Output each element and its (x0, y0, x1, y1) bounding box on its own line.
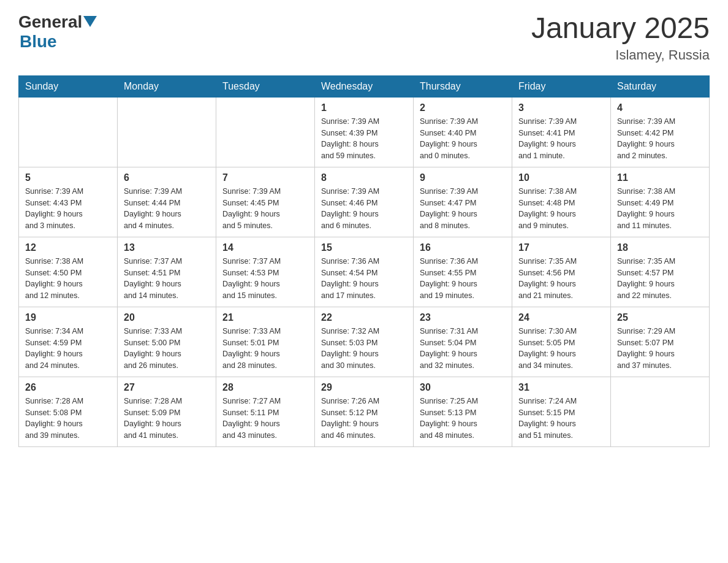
calendar-cell: 1Sunrise: 7:39 AMSunset: 4:39 PMDaylight… (315, 97, 414, 167)
header-wednesday: Wednesday (315, 75, 414, 97)
day-info: Sunrise: 7:33 AMSunset: 5:01 PMDaylight:… (222, 326, 308, 372)
header-tuesday: Tuesday (216, 75, 315, 97)
calendar-cell (118, 97, 216, 167)
day-info: Sunrise: 7:32 AMSunset: 5:03 PMDaylight:… (321, 326, 407, 372)
logo-blue-text: Blue (20, 32, 57, 52)
day-info: Sunrise: 7:35 AMSunset: 4:56 PMDaylight:… (518, 256, 604, 302)
calendar-cell: 20Sunrise: 7:33 AMSunset: 5:00 PMDayligh… (118, 307, 216, 377)
day-info: Sunrise: 7:24 AMSunset: 5:15 PMDaylight:… (518, 396, 604, 442)
day-info: Sunrise: 7:37 AMSunset: 4:53 PMDaylight:… (222, 256, 308, 302)
day-info: Sunrise: 7:38 AMSunset: 4:49 PMDaylight:… (617, 186, 703, 232)
day-info: Sunrise: 7:27 AMSunset: 5:11 PMDaylight:… (222, 396, 308, 442)
calendar-cell: 12Sunrise: 7:38 AMSunset: 4:50 PMDayligh… (19, 237, 118, 307)
day-number: 13 (124, 242, 210, 253)
day-info: Sunrise: 7:39 AMSunset: 4:41 PMDaylight:… (518, 116, 604, 162)
calendar-cell: 3Sunrise: 7:39 AMSunset: 4:41 PMDaylight… (512, 97, 611, 167)
calendar-cell: 4Sunrise: 7:39 AMSunset: 4:42 PMDaylight… (611, 97, 710, 167)
day-info: Sunrise: 7:35 AMSunset: 4:57 PMDaylight:… (617, 256, 703, 302)
calendar-cell: 9Sunrise: 7:39 AMSunset: 4:47 PMDaylight… (414, 167, 512, 237)
calendar-cell (611, 377, 710, 446)
calendar-cell: 21Sunrise: 7:33 AMSunset: 5:01 PMDayligh… (216, 307, 315, 377)
calendar-cell: 14Sunrise: 7:37 AMSunset: 4:53 PMDayligh… (216, 237, 315, 307)
calendar-cell: 18Sunrise: 7:35 AMSunset: 4:57 PMDayligh… (611, 237, 710, 307)
day-number: 7 (222, 172, 308, 183)
day-info: Sunrise: 7:25 AMSunset: 5:13 PMDaylight:… (420, 396, 506, 442)
calendar-cell: 13Sunrise: 7:37 AMSunset: 4:51 PMDayligh… (118, 237, 216, 307)
day-number: 9 (420, 172, 506, 183)
day-info: Sunrise: 7:29 AMSunset: 5:07 PMDaylight:… (617, 326, 703, 372)
day-info: Sunrise: 7:38 AMSunset: 4:48 PMDaylight:… (518, 186, 604, 232)
day-number: 18 (617, 242, 703, 253)
calendar-cell: 24Sunrise: 7:30 AMSunset: 5:05 PMDayligh… (512, 307, 611, 377)
calendar-cell: 8Sunrise: 7:39 AMSunset: 4:46 PMDaylight… (315, 167, 414, 237)
logo: General Blue (18, 12, 97, 52)
week-row-5: 26Sunrise: 7:28 AMSunset: 5:08 PMDayligh… (19, 377, 710, 446)
day-number: 25 (617, 312, 703, 323)
day-number: 29 (321, 382, 407, 393)
calendar-cell: 2Sunrise: 7:39 AMSunset: 4:40 PMDaylight… (414, 97, 512, 167)
day-number: 10 (518, 172, 604, 183)
day-number: 26 (25, 382, 111, 393)
week-row-3: 12Sunrise: 7:38 AMSunset: 4:50 PMDayligh… (19, 237, 710, 307)
day-number: 28 (222, 382, 308, 393)
day-info: Sunrise: 7:39 AMSunset: 4:43 PMDaylight:… (25, 186, 111, 232)
calendar-cell: 6Sunrise: 7:39 AMSunset: 4:44 PMDaylight… (118, 167, 216, 237)
day-number: 8 (321, 172, 407, 183)
calendar-cell: 7Sunrise: 7:39 AMSunset: 4:45 PMDaylight… (216, 167, 315, 237)
day-info: Sunrise: 7:39 AMSunset: 4:39 PMDaylight:… (321, 116, 407, 162)
day-number: 6 (124, 172, 210, 183)
day-number: 31 (518, 382, 604, 393)
day-number: 12 (25, 242, 111, 253)
calendar-header-row: SundayMondayTuesdayWednesdayThursdayFrid… (19, 75, 710, 97)
day-number: 17 (518, 242, 604, 253)
day-number: 5 (25, 172, 111, 183)
day-number: 30 (420, 382, 506, 393)
day-info: Sunrise: 7:28 AMSunset: 5:08 PMDaylight:… (25, 396, 111, 442)
calendar-cell: 16Sunrise: 7:36 AMSunset: 4:55 PMDayligh… (414, 237, 512, 307)
calendar-table: SundayMondayTuesdayWednesdayThursdayFrid… (18, 75, 710, 447)
day-number: 4 (617, 102, 703, 113)
week-row-4: 19Sunrise: 7:34 AMSunset: 4:59 PMDayligh… (19, 307, 710, 377)
calendar-cell: 25Sunrise: 7:29 AMSunset: 5:07 PMDayligh… (611, 307, 710, 377)
header-monday: Monday (118, 75, 216, 97)
header-saturday: Saturday (611, 75, 710, 97)
calendar-cell: 11Sunrise: 7:38 AMSunset: 4:49 PMDayligh… (611, 167, 710, 237)
day-info: Sunrise: 7:39 AMSunset: 4:45 PMDaylight:… (222, 186, 308, 232)
calendar-cell: 31Sunrise: 7:24 AMSunset: 5:15 PMDayligh… (512, 377, 611, 446)
calendar-cell: 19Sunrise: 7:34 AMSunset: 4:59 PMDayligh… (19, 307, 118, 377)
week-row-1: 1Sunrise: 7:39 AMSunset: 4:39 PMDaylight… (19, 97, 710, 167)
day-info: Sunrise: 7:28 AMSunset: 5:09 PMDaylight:… (124, 396, 210, 442)
header: General Blue January 2025 Islamey, Russi… (18, 12, 710, 63)
calendar-cell: 10Sunrise: 7:38 AMSunset: 4:48 PMDayligh… (512, 167, 611, 237)
calendar-subtitle: Islamey, Russia (531, 47, 710, 63)
day-info: Sunrise: 7:30 AMSunset: 5:05 PMDaylight:… (518, 326, 604, 372)
day-info: Sunrise: 7:36 AMSunset: 4:54 PMDaylight:… (321, 256, 407, 302)
calendar-cell: 26Sunrise: 7:28 AMSunset: 5:08 PMDayligh… (19, 377, 118, 446)
calendar-cell: 5Sunrise: 7:39 AMSunset: 4:43 PMDaylight… (19, 167, 118, 237)
day-number: 27 (124, 382, 210, 393)
calendar-cell: 30Sunrise: 7:25 AMSunset: 5:13 PMDayligh… (414, 377, 512, 446)
day-info: Sunrise: 7:39 AMSunset: 4:44 PMDaylight:… (124, 186, 210, 232)
header-friday: Friday (512, 75, 611, 97)
day-info: Sunrise: 7:34 AMSunset: 4:59 PMDaylight:… (25, 326, 111, 372)
day-info: Sunrise: 7:26 AMSunset: 5:12 PMDaylight:… (321, 396, 407, 442)
day-info: Sunrise: 7:39 AMSunset: 4:40 PMDaylight:… (420, 116, 506, 162)
calendar-cell: 27Sunrise: 7:28 AMSunset: 5:09 PMDayligh… (118, 377, 216, 446)
calendar-cell: 15Sunrise: 7:36 AMSunset: 4:54 PMDayligh… (315, 237, 414, 307)
day-number: 23 (420, 312, 506, 323)
day-number: 19 (25, 312, 111, 323)
calendar-cell: 23Sunrise: 7:31 AMSunset: 5:04 PMDayligh… (414, 307, 512, 377)
calendar-cell (216, 97, 315, 167)
calendar-cell: 29Sunrise: 7:26 AMSunset: 5:12 PMDayligh… (315, 377, 414, 446)
calendar-title: January 2025 (531, 12, 710, 45)
calendar-cell: 28Sunrise: 7:27 AMSunset: 5:11 PMDayligh… (216, 377, 315, 446)
day-number: 21 (222, 312, 308, 323)
day-number: 15 (321, 242, 407, 253)
week-row-2: 5Sunrise: 7:39 AMSunset: 4:43 PMDaylight… (19, 167, 710, 237)
title-area: January 2025 Islamey, Russia (531, 12, 710, 63)
day-info: Sunrise: 7:39 AMSunset: 4:47 PMDaylight:… (420, 186, 506, 232)
day-number: 3 (518, 102, 604, 113)
day-info: Sunrise: 7:39 AMSunset: 4:42 PMDaylight:… (617, 116, 703, 162)
day-info: Sunrise: 7:37 AMSunset: 4:51 PMDaylight:… (124, 256, 210, 302)
day-info: Sunrise: 7:31 AMSunset: 5:04 PMDaylight:… (420, 326, 506, 372)
